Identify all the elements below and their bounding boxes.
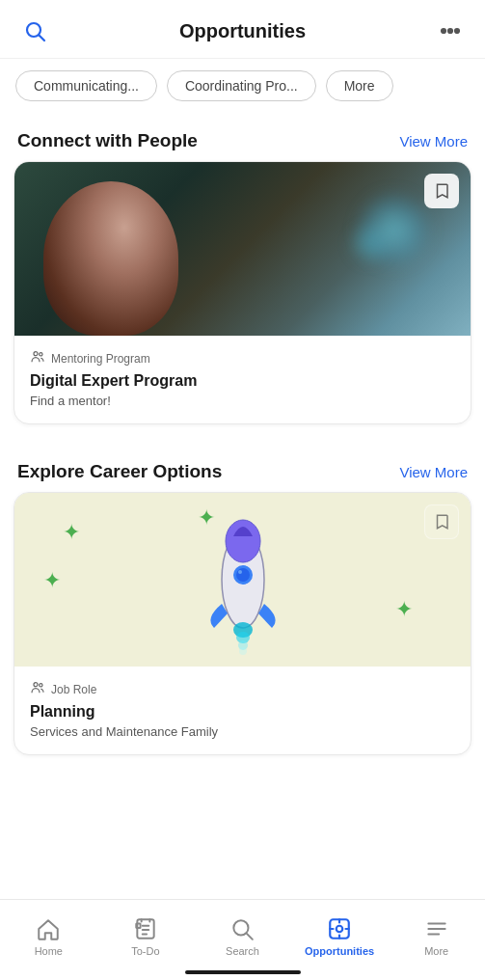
svg-point-12 xyxy=(236,568,250,582)
nav-label-home: Home xyxy=(35,945,63,957)
card-main-title-career: Planning xyxy=(30,703,455,721)
filter-chip-communicating[interactable]: Communicating... xyxy=(15,70,157,101)
card-image-bg xyxy=(14,162,471,336)
svg-point-17 xyxy=(239,647,247,655)
card-digital-expert[interactable]: Mentoring Program Digital Expert Program… xyxy=(13,161,472,424)
card-type-label-people: Mentoring Program xyxy=(51,352,150,366)
nav-more-icon xyxy=(424,916,449,941)
card-subtitle-career: Services and Maintenance Family xyxy=(30,724,455,739)
page-title: Opportunities xyxy=(50,20,435,42)
card-content-people: Mentoring Program Digital Expert Program… xyxy=(14,336,471,423)
sparkle-4: ✦ xyxy=(395,599,413,620)
sparkle-1: ✦ xyxy=(63,522,80,543)
card-subtitle-people: Find a mentor! xyxy=(30,394,455,408)
view-more-career[interactable]: View More xyxy=(399,464,468,480)
rocket-illustration xyxy=(185,512,301,657)
nav-label-more: More xyxy=(424,945,448,957)
section-title-connect: Connect with People xyxy=(17,130,198,151)
svg-line-26 xyxy=(247,933,253,939)
nav-item-search[interactable]: Search xyxy=(194,900,291,965)
view-more-connect[interactable]: View More xyxy=(399,133,468,150)
svg-point-19 xyxy=(40,684,42,687)
filter-chip-more[interactable]: More xyxy=(326,70,393,101)
svg-point-2 xyxy=(442,29,445,33)
sparkle-3: ✦ xyxy=(43,570,61,591)
person-group-icon xyxy=(30,349,45,368)
card-main-title-people: Digital Expert Program xyxy=(30,372,455,390)
nav-label-todo: To-Do xyxy=(131,945,159,957)
more-menu-button[interactable] xyxy=(435,15,466,46)
card-image-career: ✦ ✦ ✦ ✦ xyxy=(14,493,471,667)
bokeh-decoration xyxy=(345,220,393,268)
career-image-bg: ✦ ✦ ✦ ✦ xyxy=(14,493,471,667)
svg-point-13 xyxy=(238,570,242,574)
svg-rect-20 xyxy=(137,919,153,939)
svg-rect-24 xyxy=(136,923,140,927)
svg-point-28 xyxy=(337,925,343,932)
opportunities-icon xyxy=(327,916,352,941)
svg-point-6 xyxy=(40,353,42,356)
svg-point-18 xyxy=(34,683,38,687)
card-image-people xyxy=(14,162,471,336)
bookmark-button-career[interactable] xyxy=(424,504,459,539)
section-header-career: Explore Career Options View More xyxy=(0,444,485,492)
nav-label-opportunities: Opportunities xyxy=(305,945,374,957)
filter-chip-coordinating[interactable]: Coordinating Pro... xyxy=(167,70,316,101)
bottom-nav: Home To-Do Search Opportunities xyxy=(0,899,485,980)
svg-point-5 xyxy=(34,352,38,356)
todo-icon xyxy=(133,916,158,941)
nav-item-opportunities[interactable]: Opportunities xyxy=(291,900,389,965)
card-type-row-career: Job Role xyxy=(30,680,455,699)
app-header: Opportunities xyxy=(0,0,485,59)
bookmark-button-people[interactable] xyxy=(424,174,459,208)
nav-search-icon xyxy=(229,916,255,941)
search-button[interactable] xyxy=(19,15,50,46)
card-content-career: Job Role Planning Services and Maintenan… xyxy=(14,667,471,754)
nav-item-more[interactable]: More xyxy=(388,900,485,965)
nav-label-search: Search xyxy=(226,945,259,957)
home-icon xyxy=(36,916,61,941)
card-planning[interactable]: ✦ ✦ ✦ ✦ xyxy=(13,492,472,755)
section-title-career: Explore Career Options xyxy=(17,461,222,482)
svg-line-1 xyxy=(40,36,45,41)
home-indicator xyxy=(185,970,301,974)
nav-item-todo[interactable]: To-Do xyxy=(97,900,195,965)
section-header-connect: Connect with People View More xyxy=(0,113,485,161)
svg-point-3 xyxy=(448,29,452,33)
filter-bar: Communicating... Coordinating Pro... Mor… xyxy=(0,59,485,113)
nav-item-home[interactable]: Home xyxy=(0,900,97,965)
svg-point-4 xyxy=(455,29,459,33)
card-type-label-career: Job Role xyxy=(51,683,96,696)
card-type-row: Mentoring Program xyxy=(30,349,455,368)
main-content: Connect with People View More xyxy=(0,113,485,861)
job-role-icon xyxy=(30,680,45,699)
